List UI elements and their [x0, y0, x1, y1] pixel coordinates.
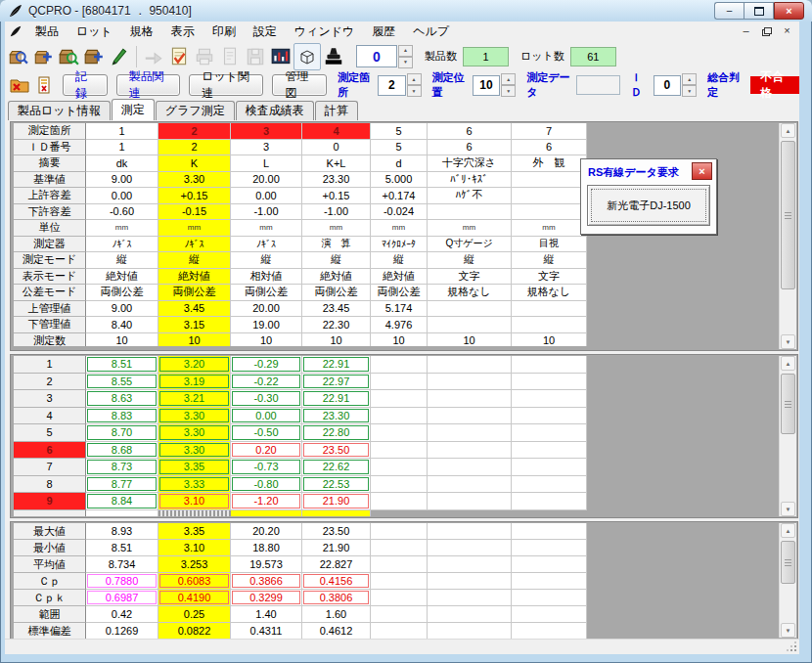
cell[interactable]: dk — [86, 155, 158, 172]
cell[interactable]: 1.40 — [231, 606, 302, 623]
cell[interactable] — [371, 590, 428, 606]
measure-point-field[interactable]: 2 — [378, 75, 405, 96]
cell[interactable]: mm — [302, 220, 371, 237]
cell[interactable] — [512, 356, 587, 374]
spin-down-icon[interactable]: ▼ — [407, 85, 422, 97]
cell[interactable] — [512, 424, 587, 442]
cell[interactable]: mm — [512, 220, 587, 237]
cell[interactable] — [512, 172, 587, 189]
stats-scrollbar[interactable]: ▲ ▼ — [779, 523, 796, 638]
cell[interactable] — [371, 573, 428, 590]
cell[interactable]: 縦 — [512, 252, 587, 269]
cell[interactable]: 縦 — [428, 252, 512, 269]
cell[interactable]: 2 — [158, 123, 231, 140]
scroll-thumb[interactable] — [781, 141, 795, 289]
control-chart-icon[interactable] — [268, 44, 293, 69]
cell[interactable] — [371, 356, 428, 374]
cell[interactable]: 22.80 — [302, 424, 371, 442]
cell[interactable]: 0.3866 — [231, 573, 302, 590]
cell[interactable]: 23.45 — [302, 301, 371, 318]
measure-position-spinner[interactable]: ▲▼ — [501, 73, 516, 97]
cell[interactable]: 0.4612 — [302, 623, 371, 639]
cell[interactable]: ﾉｷﾞｽ — [231, 237, 302, 253]
cell[interactable]: 3.30 — [158, 408, 231, 425]
cell[interactable] — [371, 540, 428, 556]
cell[interactable] — [428, 493, 512, 510]
lot-add-icon[interactable] — [81, 44, 107, 69]
cell[interactable] — [512, 317, 587, 333]
cell[interactable]: 5 — [371, 140, 428, 156]
cell[interactable] — [371, 523, 428, 540]
menu-history[interactable]: 履歴 — [363, 22, 404, 42]
menu-settings[interactable]: 設定 — [245, 22, 286, 42]
cell[interactable]: 3.15 — [158, 317, 231, 333]
cell[interactable] — [428, 390, 512, 408]
cell[interactable] — [428, 374, 512, 391]
cell[interactable]: +0.15 — [302, 188, 371, 204]
cell[interactable]: 8.51 — [86, 540, 158, 556]
row-header[interactable]: 下許容差 — [14, 204, 86, 221]
row-header[interactable]: 2 — [14, 374, 86, 391]
row-header[interactable]: 測定モード — [14, 252, 86, 269]
cell[interactable]: -0.30 — [231, 390, 302, 408]
cell[interactable] — [371, 476, 428, 494]
cell[interactable]: 縦 — [158, 252, 231, 269]
cell[interactable]: 5.174 — [371, 301, 428, 318]
cell[interactable]: 3.30 — [158, 172, 231, 189]
cell[interactable]: 0.3806 — [302, 590, 371, 606]
cell[interactable]: -0.024 — [371, 204, 428, 221]
cell[interactable] — [428, 356, 512, 374]
cell[interactable] — [512, 573, 587, 590]
delete-folder-icon[interactable] — [10, 75, 29, 95]
cell[interactable] — [428, 301, 512, 318]
measure-data-field[interactable] — [576, 75, 620, 95]
cell[interactable] — [428, 408, 512, 425]
cell[interactable]: -0.80 — [231, 476, 302, 494]
product-related-button[interactable]: 製品関連 — [116, 74, 181, 96]
tab-calc[interactable]: 計算 — [315, 101, 358, 120]
cell[interactable] — [428, 317, 512, 333]
cell[interactable]: 9.00 — [86, 172, 158, 189]
cell[interactable]: +0.174 — [371, 188, 428, 204]
menu-print[interactable]: 印刷 — [203, 22, 245, 42]
cell[interactable]: 8.83 — [86, 408, 158, 425]
cell[interactable]: 3.21 — [158, 390, 231, 408]
scroll-down-icon[interactable]: ▼ — [781, 334, 795, 349]
cell[interactable]: 6 — [512, 140, 587, 156]
cell[interactable] — [371, 623, 428, 639]
record-check-icon[interactable] — [166, 44, 192, 69]
cell[interactable] — [371, 606, 428, 623]
row-header[interactable]: 平均値 — [14, 556, 86, 573]
cell[interactable] — [428, 606, 512, 623]
cell[interactable] — [428, 424, 512, 442]
cell[interactable]: 縦 — [302, 252, 371, 269]
cell[interactable]: 0.42 — [86, 606, 158, 623]
scroll-up-icon[interactable]: ▲ — [781, 123, 795, 138]
spec-scrollbar[interactable]: ▲ ▼ — [779, 123, 796, 349]
cell[interactable]: 22.62 — [302, 459, 371, 476]
cell[interactable]: 0.6987 — [86, 590, 158, 606]
cell[interactable] — [512, 493, 587, 510]
cell[interactable] — [371, 424, 428, 442]
cell[interactable]: 10 — [231, 333, 302, 347]
cell[interactable]: 8.77 — [86, 476, 158, 494]
cell[interactable]: 1.60 — [302, 606, 371, 623]
row-header[interactable]: Ｃｐ — [14, 573, 86, 590]
cell[interactable] — [371, 408, 428, 425]
cell[interactable]: 3.19 — [158, 374, 231, 391]
mdi-minimize-button[interactable]: – — [738, 23, 754, 38]
cell[interactable]: 0.1269 — [86, 623, 158, 639]
cell[interactable]: 5.000 — [371, 172, 428, 189]
cell[interactable]: 10 — [371, 333, 428, 347]
cell[interactable] — [512, 606, 587, 623]
cell[interactable]: 0.6083 — [158, 573, 231, 590]
spin-up-icon[interactable]: ▲ — [398, 45, 413, 57]
cell[interactable]: 23.50 — [302, 523, 371, 540]
cell[interactable] — [371, 459, 428, 476]
row-header[interactable]: 標準偏差 — [14, 623, 86, 639]
row-header[interactable]: 公差モード — [14, 285, 86, 301]
cell[interactable]: 22.91 — [302, 390, 371, 408]
product-add-icon[interactable] — [30, 44, 56, 69]
cell[interactable]: -1.20 — [231, 493, 302, 510]
cell[interactable]: +0.15 — [158, 188, 231, 204]
